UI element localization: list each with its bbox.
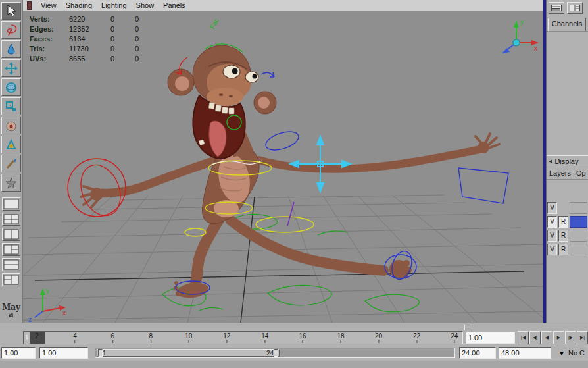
layer-row[interactable]: V R: [547, 216, 587, 228]
layer-type-toggle[interactable]: R: [558, 244, 568, 255]
maya-logo: Maya: [1, 304, 21, 319]
panel-toggle-icons: [547, 0, 588, 15]
layout-two-pane-stacked-button[interactable]: [2, 258, 20, 271]
time-slider[interactable]: 1 2 4 6 8 10 12 14 16 18 20 22 24: [23, 331, 463, 344]
perspective-viewport[interactable]: Fac y x y x z Verts:622000 Edges:1235200: [23, 11, 543, 323]
rotate-tool-button[interactable]: [1, 78, 21, 96]
select-arrow-icon: [4, 4, 18, 18]
animation-end-field[interactable]: 48.00: [499, 347, 551, 359]
select-tool-button[interactable]: [1, 2, 21, 20]
panel-menu-grip-icon[interactable]: [27, 1, 32, 10]
soft-mod-tool-button[interactable]: [1, 117, 21, 134]
layer-type-toggle[interactable]: R: [558, 216, 568, 228]
range-slider-row: 1.00 1.00 1 24 24.00 48.00 ▼ No C: [0, 345, 588, 361]
layer-name-strip[interactable]: [570, 216, 587, 228]
menu-lighting[interactable]: Lighting: [101, 1, 127, 9]
layer-visibility-toggle[interactable]: V: [547, 216, 557, 228]
two-pane-stacked-icon: [3, 259, 19, 270]
channel-box-panel: Channels ◀ Display Layers Op V V R V R: [546, 0, 588, 323]
go-to-end-button[interactable]: ▶|: [577, 331, 588, 344]
animation-start-field[interactable]: 1.00: [1, 347, 36, 359]
hud-value: 0: [135, 35, 155, 43]
menu-view[interactable]: View: [41, 1, 57, 9]
hud-value: 0: [110, 45, 135, 53]
timeline-tick: 12: [223, 332, 230, 344]
step-forward-frame-button[interactable]: |▶: [565, 331, 576, 344]
hud-value: 0: [135, 45, 155, 53]
origin-y-label: y: [46, 287, 49, 294]
last-tool-button[interactable]: [1, 174, 21, 192]
layer-name-strip[interactable]: [570, 244, 587, 255]
origin-x-label: x: [62, 309, 66, 317]
character-set-field[interactable]: No C: [568, 349, 588, 357]
manipulator-tool-button[interactable]: [1, 136, 21, 153]
three-pane-right-split-icon: [3, 244, 19, 255]
hud-value: 11730: [69, 45, 110, 53]
play-backwards-button[interactable]: ◀: [541, 331, 552, 344]
pane-resize-handle[interactable]: [464, 325, 472, 330]
go-to-start-button[interactable]: |◀: [518, 331, 529, 344]
layer-name-strip[interactable]: [570, 202, 587, 214]
tab-channels[interactable]: Channels: [548, 18, 586, 32]
layers-menu[interactable]: Layers: [549, 169, 571, 177]
layout-three-pane-right-split-button[interactable]: [2, 243, 20, 256]
channel-box-toggle-icon[interactable]: [549, 2, 564, 14]
paint-weights-tool-button[interactable]: [1, 155, 21, 172]
playback-start-field[interactable]: 1.00: [39, 347, 88, 359]
range-start-handle[interactable]: [98, 349, 103, 357]
menu-shading[interactable]: Shading: [66, 1, 92, 9]
timeline-tick: 4: [73, 332, 77, 344]
hud-label: UVs:: [30, 55, 69, 63]
layer-type-toggle[interactable]: R: [558, 230, 568, 242]
paint-select-tool-button[interactable]: [1, 40, 21, 58]
layout-single-pane-button[interactable]: [2, 197, 20, 211]
layer-editor-toggle-icon[interactable]: [567, 2, 583, 14]
hud-value: 8655: [69, 55, 110, 63]
step-back-frame-button[interactable]: ◀|: [529, 331, 541, 344]
layer-visibility-toggle[interactable]: V: [547, 244, 557, 255]
timeline-tick: 2: [35, 332, 39, 344]
layer-row[interactable]: V R: [547, 230, 587, 242]
timeline-tick: 6: [111, 332, 115, 344]
options-menu[interactable]: Op: [576, 169, 586, 177]
hud-label: Verts:: [30, 15, 69, 23]
hud-value: 6164: [69, 35, 110, 43]
tab-display[interactable]: ◀ Display: [547, 155, 588, 167]
layout-three-pane-left-split-button[interactable]: [2, 273, 20, 286]
layer-name-strip[interactable]: [570, 230, 587, 242]
range-start-label: 1: [103, 350, 107, 357]
layer-visibility-toggle[interactable]: V: [547, 202, 557, 214]
timeline-tick: 20: [375, 332, 382, 344]
channel-box-empty-area: [547, 32, 588, 155]
play-forwards-button[interactable]: ▶: [553, 331, 564, 344]
three-pane-left-split-icon: [3, 275, 19, 285]
layout-four-pane-button[interactable]: [2, 213, 20, 226]
layer-row[interactable]: V R: [547, 244, 587, 255]
current-frame-label: 1: [25, 334, 29, 342]
lasso-tool-button[interactable]: [1, 21, 21, 39]
hud-value: 0: [110, 55, 135, 63]
range-slider-track[interactable]: 1 24: [95, 348, 455, 358]
layer-row[interactable]: V: [547, 202, 587, 214]
move-tool-button[interactable]: [1, 59, 21, 77]
four-pane-icon: [3, 214, 19, 224]
two-pane-side-icon: [3, 229, 19, 240]
prev-tab-arrow-icon[interactable]: ◀: [549, 159, 552, 164]
timeline-tick: 16: [299, 332, 306, 344]
menu-show[interactable]: Show: [136, 1, 155, 9]
current-time-field[interactable]: 1.00: [466, 332, 515, 344]
range-end-handle[interactable]: [274, 349, 278, 357]
playback-end-field[interactable]: 24.00: [459, 347, 496, 359]
single-pane-icon: [3, 199, 19, 209]
viewport-menubar: View Shading Lighting Show Panels: [23, 0, 546, 11]
range-slider-bar[interactable]: 1 24: [97, 349, 280, 357]
range-end-label: 24: [266, 350, 274, 357]
move-icon: [4, 61, 18, 76]
scale-tool-button[interactable]: [1, 97, 21, 115]
character-set-dropdown-icon[interactable]: ▼: [556, 348, 567, 358]
gizmo-x-label: x: [534, 45, 537, 52]
menu-panels[interactable]: Panels: [163, 1, 185, 9]
layout-two-pane-side-button[interactable]: [2, 228, 20, 241]
playback-controls: |◀ ◀| ◀ ▶ |▶ ▶|: [518, 331, 588, 344]
layer-visibility-toggle[interactable]: V: [547, 230, 557, 242]
